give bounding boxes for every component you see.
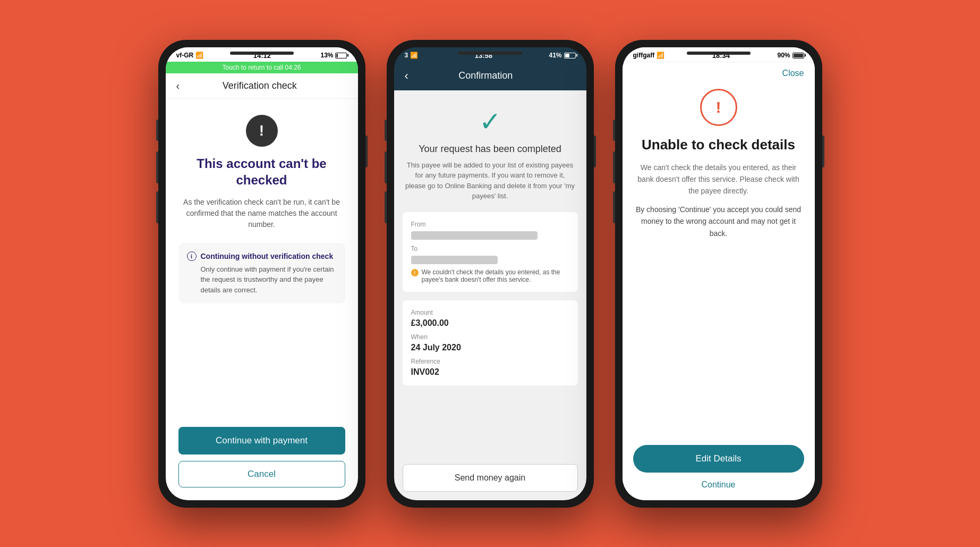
info-box-title-1: Continuing without verification check: [201, 252, 334, 260]
side-btn-left-3c: [613, 191, 615, 223]
from-label: From: [411, 221, 569, 228]
side-btn-left-2: [156, 152, 158, 183]
spacer-3: [633, 252, 804, 444]
to-label: To: [411, 245, 569, 253]
warning-text-area: ! We couldn't check the details you ente…: [411, 268, 569, 283]
orange-warning-circle: !: [700, 89, 737, 126]
info-icon-1: i: [187, 251, 197, 261]
phone-2: 3 📶 13:58 41% ‹ Confirmation ✓ Your requ…: [387, 40, 594, 508]
phone-notch-3: [687, 52, 751, 55]
battery-icon-1: [335, 53, 347, 58]
unable-title: Unable to check details: [633, 137, 804, 153]
unable-text2: By choosing 'Continue' you accept you co…: [633, 204, 804, 239]
phone-2-screen: 3 📶 13:58 41% ‹ Confirmation ✓ Your requ…: [394, 47, 586, 500]
ref-label: Reference: [411, 358, 569, 365]
phone3-body: Close ! Unable to check details We can't…: [623, 62, 815, 500]
warning-message: We couldn't check the details you entere…: [422, 268, 569, 283]
status-bar-left-2: 3 📶: [405, 52, 419, 59]
status-bar-right-3: 90%: [777, 52, 804, 59]
signal-label-2: 3: [405, 52, 408, 59]
battery-icon-3: [792, 53, 804, 58]
status-bar-right-2: 41%: [549, 52, 575, 59]
exclamation-icon-1: !: [246, 115, 278, 147]
nav-bar-1: ‹ Verification check: [166, 73, 358, 99]
send-money-again-button[interactable]: Send money again: [403, 464, 578, 492]
when-value: 24 July 2020: [411, 343, 569, 352]
nav-bar-2: ‹ Confirmation: [394, 62, 586, 90]
main-title-1: This account can't be checked: [178, 155, 345, 188]
confirmation-top: ✓ Your request has been completed This p…: [394, 90, 586, 212]
status-bar-left-1: vf-GR 📶: [176, 52, 204, 59]
nav-title-1: Verification check: [185, 80, 334, 91]
phone-notch-2: [458, 52, 522, 55]
confirmation-subtitle: This payee will be added to your list of…: [405, 160, 576, 201]
battery-label-2: 41%: [549, 52, 561, 59]
side-btn-right: [365, 136, 368, 167]
amount-section: Amount £3,000.00 When 24 July 2020 Refer…: [403, 300, 578, 385]
wifi-icon-3: 📶: [657, 52, 664, 59]
side-btn-left-2b: [385, 152, 387, 183]
battery-label-1: 13%: [320, 52, 333, 59]
battery-fill-3: [794, 54, 803, 57]
status-bar-right-1: 13%: [320, 52, 347, 59]
edit-details-button[interactable]: Edit Details: [633, 445, 804, 473]
exclamation-symbol-1: !: [259, 122, 264, 139]
spacer-1: [166, 314, 358, 421]
status-bar-3: giffgaff 📶 18:34 90%: [623, 47, 815, 62]
continue-payment-button[interactable]: Continue with payment: [178, 427, 345, 455]
content-area-1: ! This account can't be checked As the v…: [166, 99, 358, 315]
close-row: Close: [633, 62, 804, 89]
unable-text: We can't check the details you entered, …: [633, 162, 804, 197]
info-box-text-1: Only continue with payment if you're cer…: [187, 264, 337, 296]
continue-button-3[interactable]: Continue: [633, 480, 804, 490]
from-value-bar: [411, 231, 538, 240]
warning-dot-icon: !: [411, 269, 419, 276]
confirmation-title: Your request has been completed: [405, 144, 576, 155]
spacer-2: [394, 392, 586, 464]
phone2-body: ✓ Your request has been completed This p…: [394, 90, 586, 500]
wifi-icon-2: 📶: [410, 52, 418, 59]
when-label: When: [411, 333, 569, 341]
nav-title-2: Confirmation: [408, 70, 563, 81]
orange-warning-symbol: !: [716, 98, 721, 116]
close-button[interactable]: Close: [782, 69, 804, 78]
info-box-1: i Continuing without verification check …: [178, 243, 345, 304]
to-value-bar: [411, 256, 498, 264]
ref-value: INV002: [411, 367, 569, 377]
check-icon: ✓: [405, 106, 576, 137]
button-area-1: Continue with payment Cancel: [166, 422, 358, 500]
carrier-label-3: giffgaff: [633, 52, 655, 59]
battery-fill-1: [336, 54, 338, 57]
status-bar-left-3: giffgaff 📶: [633, 52, 665, 59]
phone-1: vf-GR 📶 14:12 13% Touch to return to cal…: [158, 40, 365, 508]
battery-label-3: 90%: [777, 52, 790, 59]
side-btn-left-2a: [385, 120, 387, 141]
phone-3: giffgaff 📶 18:34 90% Close ! Unable to c…: [615, 40, 822, 508]
battery-icon-2: [564, 53, 576, 58]
main-subtitle-1: As the verification check can't be run, …: [178, 197, 345, 230]
back-button-2[interactable]: ‹: [405, 69, 408, 83]
detail-card: From To ! We couldn't check the details …: [403, 212, 578, 292]
side-btn-left-1: [156, 120, 158, 141]
call-banner: Touch to return to call 04:26: [166, 62, 358, 73]
side-btn-left-2c: [385, 191, 387, 223]
side-btn-left-3b: [613, 152, 615, 183]
side-btn-left-3: [156, 191, 158, 223]
call-banner-text: Touch to return to call 04:26: [222, 64, 301, 71]
carrier-label-1: vf-GR: [176, 52, 194, 59]
back-button-1[interactable]: ‹: [176, 80, 180, 92]
phone-3-screen: giffgaff 📶 18:34 90% Close ! Unable to c…: [623, 47, 815, 500]
side-btn-right-2: [594, 136, 596, 167]
wifi-icon-1: 📶: [195, 52, 203, 59]
side-btn-right-3: [822, 136, 824, 167]
phone-notch-1: [230, 52, 294, 55]
side-btn-left-3a: [613, 120, 615, 141]
warning-symbol: !: [414, 270, 415, 275]
battery-fill-2: [565, 54, 569, 57]
amount-value: £3,000.00: [411, 318, 569, 328]
amount-label: Amount: [411, 309, 569, 316]
phone-1-screen: vf-GR 📶 14:12 13% Touch to return to cal…: [166, 47, 358, 500]
cancel-button[interactable]: Cancel: [178, 461, 345, 487]
info-box-header-1: i Continuing without verification check: [187, 251, 337, 261]
